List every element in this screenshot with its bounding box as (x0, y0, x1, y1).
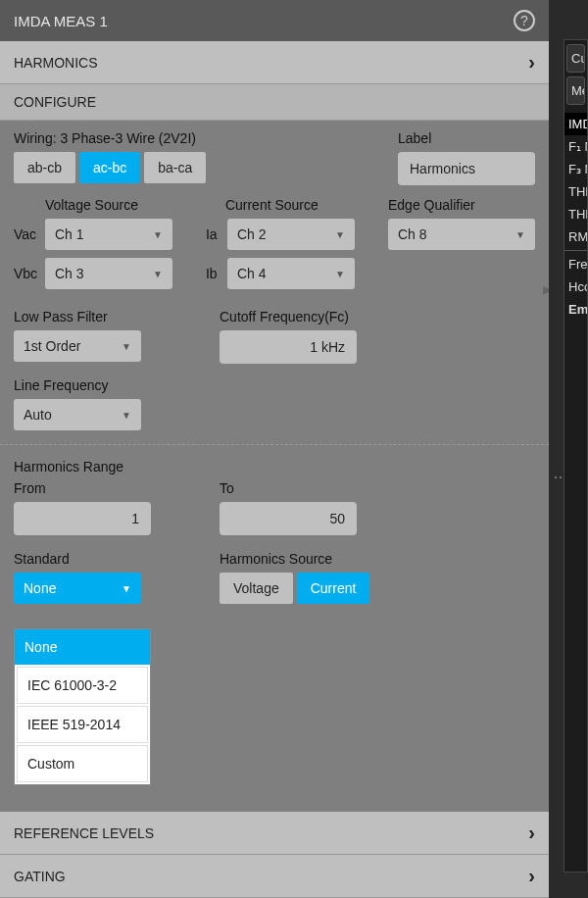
section-reference-levels-label: REFERENCE LEVELS (14, 825, 154, 841)
standard-dropdown-menu: None IEC 61000-3-2 IEEE 519-2014 Custom (14, 628, 151, 785)
wiring-ba-ca[interactable]: ba-ca (144, 152, 206, 183)
harmonics-source-label: Harmonics Source (220, 551, 369, 567)
chevron-right-icon: › (528, 51, 535, 74)
harmonics-range-label: Harmonics Range (14, 459, 535, 474)
cutoff-input[interactable] (220, 330, 357, 364)
configure-content: Wiring: 3 Phase-3 Wire (2V2I) ab-cb ac-b… (0, 121, 549, 812)
edge-qualifier-label: Edge Qualifier (388, 197, 535, 213)
standard-dropdown[interactable]: None ▼ (14, 573, 141, 604)
line-frequency-dropdown[interactable]: Auto ▼ (14, 399, 141, 430)
chevron-down-icon: ▼ (153, 229, 163, 240)
standard-label: Standard (14, 551, 200, 567)
right-btn-mea[interactable]: Mea (566, 76, 585, 105)
vbc-prefix: Vbc (14, 266, 39, 281)
vac-prefix: Vac (14, 226, 39, 242)
ib-dropdown[interactable]: Ch 4 ▼ (227, 258, 355, 289)
ib-prefix: Ib (206, 266, 221, 281)
to-label: To (220, 480, 357, 496)
chevron-down-icon: ▼ (515, 229, 525, 240)
panel-title: IMDA MEAS 1 (14, 13, 108, 29)
chevron-right-icon: › (528, 865, 535, 887)
right-row-4: RMS (564, 225, 587, 248)
label-field-label: Label (398, 130, 535, 146)
standard-option-iec[interactable]: IEC 61000-3-2 (17, 667, 148, 704)
chevron-down-icon: ▼ (122, 583, 131, 594)
title-bar: IMDA MEAS 1 ? (0, 0, 549, 41)
section-harmonics-label: HARMONICS (14, 55, 98, 71)
low-pass-filter-dropdown[interactable]: 1st Order ▼ (14, 330, 141, 362)
right-row-6: Hco (564, 275, 587, 298)
wiring-label: Wiring: 3 Phase-3 Wire (2V2I) (14, 130, 378, 146)
wiring-ab-cb[interactable]: ab-cb (14, 152, 75, 183)
label-input[interactable] (398, 152, 535, 185)
from-label: From (14, 480, 200, 496)
harmonics-source-segments: Voltage Current (220, 573, 369, 604)
ia-dropdown[interactable]: Ch 2 ▼ (227, 219, 355, 250)
right-row-0: F₁ M (564, 135, 587, 158)
right-row-2: THD (564, 180, 587, 203)
help-icon[interactable]: ? (514, 10, 535, 31)
cutoff-label: Cutoff Frequency(Fc) (220, 309, 357, 324)
standard-option-ieee[interactable]: IEEE 519-2014 (17, 706, 148, 743)
right-panel: Cur Mea IMD F₁ M F₃ M THD THD RMS Freq H… (564, 39, 588, 873)
standard-option-none[interactable]: None (15, 629, 150, 665)
vac-dropdown[interactable]: Ch 1 ▼ (45, 219, 172, 250)
divider (0, 444, 549, 445)
chevron-down-icon: ▼ (153, 269, 163, 279)
section-gating-label: GATING (14, 869, 66, 884)
vbc-dropdown[interactable]: Ch 3 ▼ (45, 258, 172, 289)
chevron-down-icon: ▼ (122, 341, 131, 352)
to-input[interactable] (220, 502, 357, 535)
low-pass-filter-label: Low Pass Filter (14, 309, 200, 324)
harmonics-source-current[interactable]: Current (297, 573, 370, 604)
section-configure-label: CONFIGURE (14, 94, 96, 110)
harmonics-source-voltage[interactable]: Voltage (220, 573, 293, 604)
voltage-source-label: Voltage Source (45, 197, 186, 213)
right-row-7: Emp (564, 298, 587, 321)
chevron-down-icon: ▼ (122, 410, 131, 421)
imda-panel: IMDA MEAS 1 ? HARMONICS › CONFIGURE Wiri… (0, 0, 549, 898)
separator (564, 250, 587, 251)
right-row-5: Freq (564, 253, 587, 275)
right-row-3: THD (564, 203, 587, 225)
section-reference-levels[interactable]: REFERENCE LEVELS › (0, 812, 549, 855)
right-row-1: F₃ M (564, 158, 587, 180)
edge-qualifier-dropdown[interactable]: Ch 8 ▼ (388, 219, 535, 250)
from-input[interactable] (14, 502, 151, 535)
section-gating[interactable]: GATING › (0, 855, 549, 898)
right-header: IMD (564, 113, 587, 135)
line-frequency-label: Line Frequency (14, 377, 141, 393)
chevron-down-icon: ▼ (335, 269, 345, 279)
section-configure[interactable]: CONFIGURE (0, 84, 549, 121)
current-source-label: Current Source (225, 197, 368, 213)
wiring-segments: ab-cb ac-bc ba-ca (14, 152, 378, 183)
section-harmonics[interactable]: HARMONICS › (0, 41, 549, 84)
standard-option-custom[interactable]: Custom (17, 745, 148, 782)
right-btn-cur[interactable]: Cur (566, 44, 585, 73)
wiring-ac-bc[interactable]: ac-bc (79, 152, 140, 183)
ia-prefix: Ia (206, 226, 221, 242)
chevron-right-icon: › (528, 822, 535, 844)
chevron-down-icon: ▼ (335, 229, 345, 240)
